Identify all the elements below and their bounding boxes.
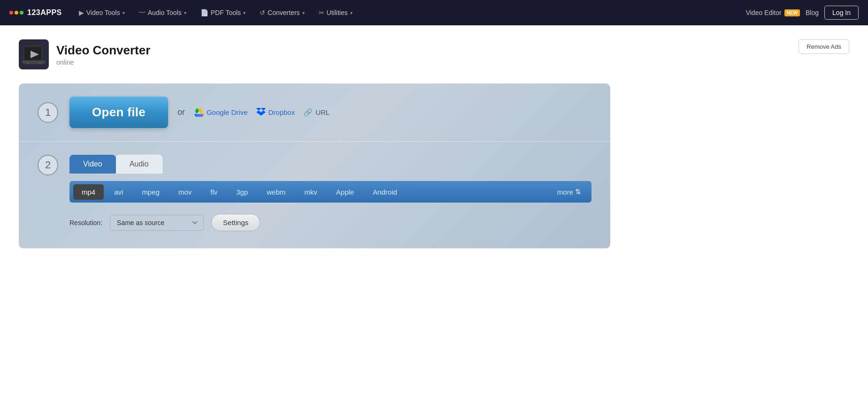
tab-video[interactable]: Video — [69, 155, 116, 174]
chevron-down-icon-2: ▾ — [184, 10, 186, 15]
format-mkv[interactable]: mkv — [296, 184, 326, 200]
tab-audio[interactable]: Audio — [116, 155, 162, 174]
nav-video-tools-label: Video Tools — [86, 9, 120, 16]
url-label: URL — [315, 108, 330, 116]
new-badge: NEW — [784, 9, 800, 16]
nav-converters-label: Converters — [268, 9, 300, 16]
login-button[interactable]: Log In — [824, 6, 859, 20]
video-tools-icon: ▶ — [79, 9, 84, 16]
page-content: Video Converter online Remove Ads 1 Open… — [0, 25, 868, 263]
format-android[interactable]: Android — [364, 184, 406, 200]
google-drive-link[interactable]: Google Drive — [194, 108, 248, 117]
audio-tools-icon: 〰 — [139, 9, 146, 16]
nav-video-editor-label: Video Editor — [746, 9, 782, 16]
resolution-label: Resolution: — [69, 219, 102, 226]
logo-text: 123APPS — [27, 8, 62, 17]
svg-rect-3 — [22, 60, 46, 63]
nav-utilities[interactable]: ✂ Utilities ▾ — [313, 6, 358, 19]
or-text: or — [177, 107, 185, 117]
step2-content: Video Audio mp4 avi mpeg — [69, 155, 591, 233]
dropbox-icon — [256, 108, 266, 117]
url-link[interactable]: 🔗 URL — [303, 108, 330, 117]
step2-row: 2 Video Audio mp4 avi — [19, 142, 610, 249]
nav-right: Video Editor NEW Blog Log In — [746, 6, 859, 20]
chevron-down-icon-5: ▾ — [350, 10, 353, 15]
app-icon — [19, 39, 49, 69]
page-title: Video Converter — [56, 43, 150, 58]
step1-row: 1 Open file or — [19, 83, 610, 142]
page-title-block: Video Converter online — [56, 43, 150, 66]
converters-icon: ↺ — [260, 9, 265, 16]
format-more[interactable]: more ⇅ — [551, 184, 588, 200]
chevron-down-icon-4: ▾ — [302, 10, 305, 15]
format-mov[interactable]: mov — [170, 184, 200, 200]
step2-number: 2 — [38, 155, 58, 175]
chevron-up-down-icon: ⇅ — [575, 188, 581, 196]
nav-blog[interactable]: Blog — [806, 9, 819, 16]
link-icon: 🔗 — [303, 108, 313, 117]
logo-dot-red — [9, 11, 13, 15]
nav-audio-tools[interactable]: 〰 Audio Tools ▾ — [133, 6, 192, 19]
nav-audio-tools-label: Audio Tools — [148, 9, 182, 16]
chevron-down-icon-3: ▾ — [243, 10, 246, 15]
dropbox-link[interactable]: Dropbox — [256, 108, 295, 117]
resolution-select[interactable]: Same as source 4K 1080p 720p 480p 360p — [110, 215, 204, 231]
format-options-bar: mp4 avi mpeg mov flv 3gp — [69, 181, 591, 203]
google-drive-icon — [194, 108, 204, 117]
format-apple[interactable]: Apple — [328, 184, 362, 200]
settings-row: Resolution: Same as source 4K 1080p 720p… — [69, 210, 260, 233]
dropbox-label: Dropbox — [269, 108, 295, 116]
logo[interactable]: 123APPS — [9, 8, 62, 17]
nav-pdf-tools[interactable]: 📄 PDF Tools ▾ — [195, 6, 251, 19]
format-flv[interactable]: flv — [202, 184, 226, 200]
page-header: Video Converter online Remove Ads — [19, 39, 849, 69]
nav-pdf-tools-label: PDF Tools — [211, 9, 241, 16]
chevron-down-icon: ▾ — [123, 10, 125, 15]
nav-utilities-label: Utilities — [327, 9, 348, 16]
utilities-icon: ✂ — [319, 9, 324, 16]
logo-dots — [9, 11, 23, 15]
page-subtitle: online — [56, 59, 150, 66]
step1-content: Open file or Google Drive — [69, 97, 591, 128]
cloud-options: Google Drive Dropbox 🔗 URL — [194, 108, 330, 117]
logo-dot-yellow — [15, 11, 18, 15]
svg-rect-6 — [24, 63, 44, 64]
format-mp4[interactable]: mp4 — [73, 184, 104, 200]
format-avi[interactable]: avi — [106, 184, 131, 200]
remove-ads-button[interactable]: Remove Ads — [799, 39, 849, 54]
pdf-tools-icon: 📄 — [200, 9, 208, 16]
navbar: 123APPS ▶ Video Tools ▾ 〰 Audio Tools ▾ … — [0, 0, 868, 25]
step1-number: 1 — [38, 102, 58, 123]
nav-converters[interactable]: ↺ Converters ▾ — [254, 6, 310, 19]
settings-button[interactable]: Settings — [211, 214, 260, 231]
format-3gp[interactable]: 3gp — [228, 184, 256, 200]
format-mpeg[interactable]: mpeg — [133, 184, 168, 200]
nav-video-editor[interactable]: Video Editor NEW — [746, 9, 800, 16]
google-drive-label: Google Drive — [207, 108, 248, 116]
tool-area: 1 Open file or — [19, 83, 610, 249]
format-webm[interactable]: webm — [258, 184, 294, 200]
nav-video-tools[interactable]: ▶ Video Tools ▾ — [73, 6, 131, 19]
logo-dot-green — [20, 11, 23, 15]
open-file-button[interactable]: Open file — [69, 97, 168, 128]
format-tabs: Video Audio — [69, 155, 162, 174]
